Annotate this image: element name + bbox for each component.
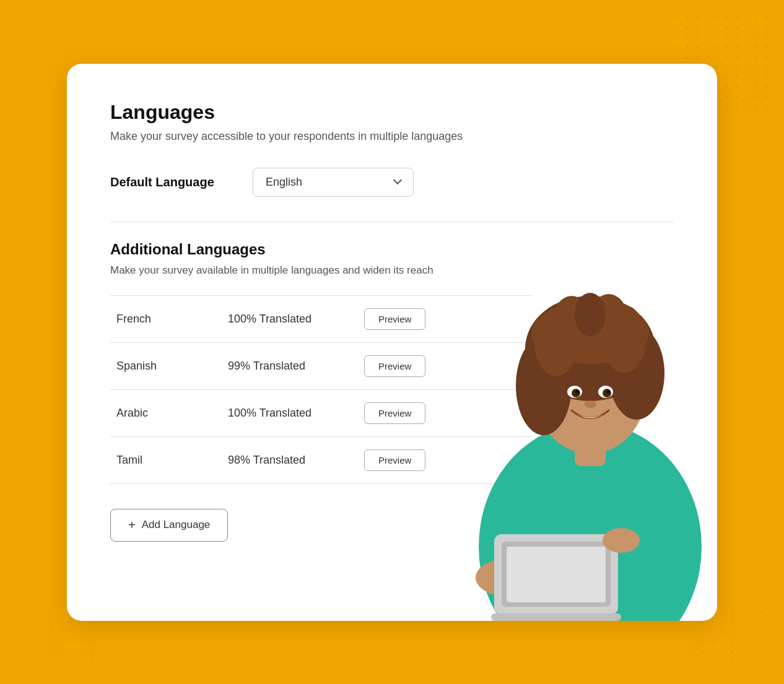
svg-point-18 [584,400,596,408]
add-language-label: Add Language [142,519,211,531]
svg-point-9 [553,296,590,345]
preview-button[interactable]: Preview [364,355,425,377]
additional-languages-subtitle: Make your survey available in multiple l… [110,264,674,277]
preview-button[interactable]: Preview [364,308,425,330]
preview-button-cell: Preview [358,389,531,436]
preview-button-cell: Preview [358,342,531,389]
preview-button[interactable]: Preview [364,449,425,471]
svg-point-6 [531,302,649,364]
preview-button[interactable]: Preview [364,402,425,424]
svg-point-24 [603,528,640,553]
svg-point-15 [603,389,611,397]
preview-button-cell: Preview [358,295,531,342]
language-name: Tamil [110,436,222,483]
additional-languages-title: Additional Languages [110,241,674,258]
svg-point-12 [567,386,582,398]
plus-icon: + [128,518,136,532]
default-language-label: Default Language [110,175,234,189]
language-name: Arabic [110,389,222,436]
svg-rect-21 [502,542,611,607]
svg-point-19 [476,559,538,596]
table-row: Tamil98% TranslatedPreview [110,436,531,483]
language-status: 99% Translated [222,342,358,389]
chevron-down-icon [393,176,402,184]
main-card: Languages Make your survey accessible to… [67,64,717,621]
svg-point-11 [575,293,606,336]
svg-rect-22 [507,547,606,602]
svg-point-8 [603,305,646,373]
svg-rect-20 [494,534,618,615]
svg-point-3 [525,296,655,401]
dots-pattern-bottom-left [37,616,99,665]
svg-point-10 [590,294,627,341]
language-status: 100% Translated [222,295,358,342]
add-language-button[interactable]: + Add Language [110,509,228,542]
table-row: Arabic100% TranslatedPreview [110,389,531,436]
section-divider [110,222,674,222]
default-language-row: Default Language English [110,168,674,197]
svg-point-5 [609,327,664,420]
svg-point-2 [534,330,646,454]
svg-point-17 [606,390,610,394]
page-title: Languages [110,101,674,124]
svg-rect-1 [575,417,606,466]
svg-point-16 [575,390,579,394]
language-name: French [110,295,222,342]
page-subtitle: Make your survey accessible to your resp… [110,130,674,143]
default-language-select[interactable]: English [253,168,414,197]
default-language-value: English [266,176,302,189]
svg-point-7 [534,308,578,376]
language-status: 100% Translated [222,389,358,436]
svg-point-14 [572,389,580,397]
svg-rect-23 [491,613,621,621]
language-name: Spanish [110,342,222,389]
preview-button-cell: Preview [358,436,531,483]
table-row: Spanish99% TranslatedPreview [110,342,531,389]
languages-table: French100% TranslatedPreviewSpanish99% T… [110,295,531,484]
language-status: 98% Translated [222,436,358,483]
svg-point-13 [598,386,613,398]
table-row: French100% TranslatedPreview [110,295,531,342]
